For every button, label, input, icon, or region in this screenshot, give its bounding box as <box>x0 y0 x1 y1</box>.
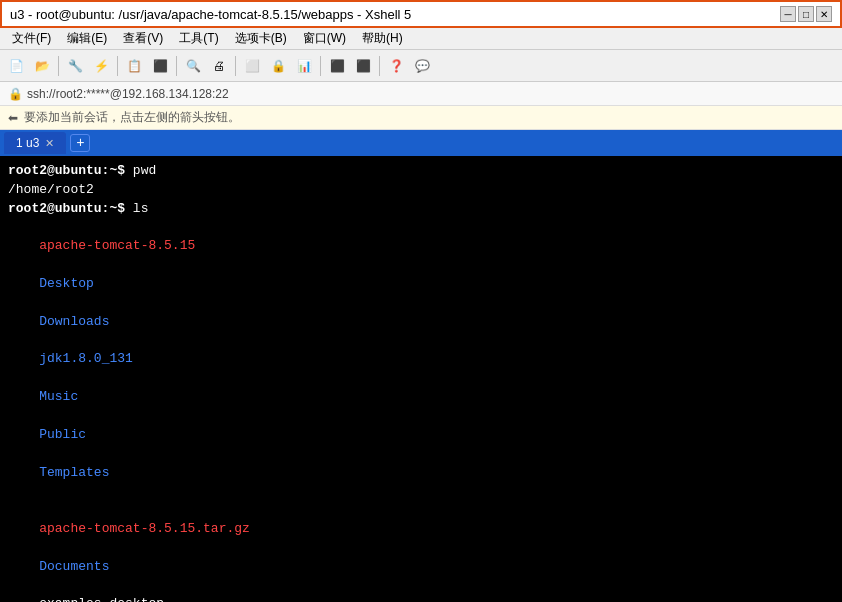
toolbar-btn-8[interactable]: ⬛ <box>325 54 349 78</box>
tab-label: 1 u3 <box>16 136 39 150</box>
chat-button[interactable]: 💬 <box>410 54 434 78</box>
annotation-text: 把ROOT.war移动到Tomcatwebapps下 <box>554 535 782 554</box>
menu-help[interactable]: 帮助(H) <box>354 28 411 49</box>
menu-bar: 文件(F) 编辑(E) 查看(V) 工具(T) 选项卡(B) 窗口(W) 帮助(… <box>0 28 842 50</box>
properties-button[interactable]: 🔧 <box>63 54 87 78</box>
quick-connect-button[interactable]: ⚡ <box>89 54 113 78</box>
print-button[interactable]: 🖨 <box>207 54 231 78</box>
toolbar: 📄 📂 🔧 ⚡ 📋 ⬛ 🔍 🖨 ⬜ 🔒 📊 ⬛ ⬛ ❓ 💬 <box>0 50 842 82</box>
open-button[interactable]: 📂 <box>30 54 54 78</box>
toolbar-btn-5[interactable]: ⬜ <box>240 54 264 78</box>
info-bar: ⬅ 要添加当前会话，点击左侧的箭头按钮。 <box>0 106 842 130</box>
window-title: u3 - root@ubuntu: /usr/java/apache-tomca… <box>10 7 780 22</box>
line-ls1: apache-tomcat-8.5.15 Desktop Downloads j… <box>8 219 834 502</box>
menu-window[interactable]: 窗口(W) <box>295 28 354 49</box>
toolbar-btn-7[interactable]: 📊 <box>292 54 316 78</box>
line-pwd-out: /home/root2 <box>8 181 834 200</box>
menu-edit[interactable]: 编辑(E) <box>59 28 115 49</box>
toolbar-separator-3 <box>176 56 177 76</box>
menu-tools[interactable]: 工具(T) <box>171 28 226 49</box>
close-button[interactable]: ✕ <box>816 6 832 22</box>
terminal[interactable]: root2@ubuntu:~$ pwd /home/root2 root2@ub… <box>0 156 842 602</box>
arrow-icon: ⬅ <box>8 111 18 125</box>
toolbar-btn-3[interactable]: 📋 <box>122 54 146 78</box>
toolbar-separator-2 <box>117 56 118 76</box>
toolbar-separator-4 <box>235 56 236 76</box>
address-text: ssh://root2:*****@192.168.134.128:22 <box>27 87 229 101</box>
title-bar: u3 - root@ubuntu: /usr/java/apache-tomca… <box>0 0 842 28</box>
menu-view[interactable]: 查看(V) <box>115 28 171 49</box>
toolbar-btn-9[interactable]: ⬛ <box>351 54 375 78</box>
address-bar: 🔒 ssh://root2:*****@192.168.134.128:22 <box>0 82 842 106</box>
add-tab-button[interactable]: + <box>70 134 90 152</box>
menu-tabs[interactable]: 选项卡(B) <box>227 28 295 49</box>
help-button[interactable]: ❓ <box>384 54 408 78</box>
toolbar-btn-6[interactable]: 🔒 <box>266 54 290 78</box>
zoom-button[interactable]: 🔍 <box>181 54 205 78</box>
toolbar-separator-5 <box>320 56 321 76</box>
info-text: 要添加当前会话，点击左侧的箭头按钮。 <box>24 109 240 126</box>
tab-bar: 1 u3 ✕ + <box>0 130 842 156</box>
tab-close-icon[interactable]: ✕ <box>45 137 54 150</box>
tab-u3[interactable]: 1 u3 ✕ <box>4 132 66 154</box>
toolbar-btn-4[interactable]: ⬛ <box>148 54 172 78</box>
window-buttons[interactable]: ─ □ ✕ <box>780 6 832 22</box>
new-session-button[interactable]: 📄 <box>4 54 28 78</box>
lock-icon: 🔒 <box>8 87 23 101</box>
maximize-button[interactable]: □ <box>798 6 814 22</box>
minimize-button[interactable]: ─ <box>780 6 796 22</box>
line-ls-cmd: root2@ubuntu:~$ ls <box>8 200 834 219</box>
toolbar-separator-6 <box>379 56 380 76</box>
toolbar-separator-1 <box>58 56 59 76</box>
line-pwd-cmd: root2@ubuntu:~$ pwd <box>8 162 834 181</box>
menu-file[interactable]: 文件(F) <box>4 28 59 49</box>
